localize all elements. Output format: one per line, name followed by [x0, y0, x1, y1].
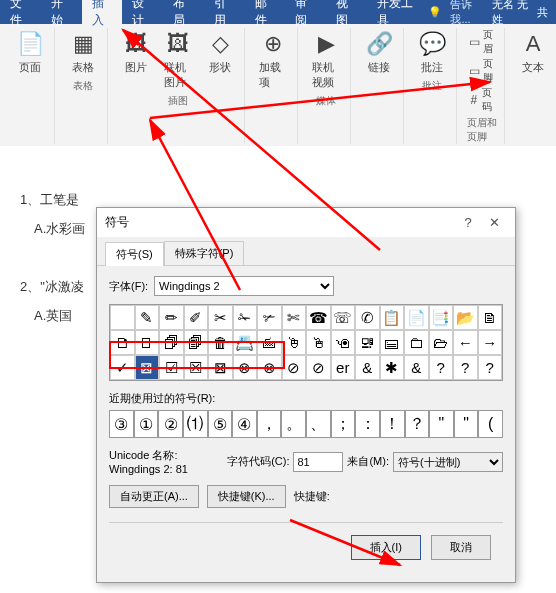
tab-design[interactable]: 设计 [122, 0, 163, 24]
cancel-button[interactable]: 取消 [431, 535, 491, 560]
symbol-cell[interactable]: 🗌 [135, 330, 160, 355]
symbol-cell[interactable]: ☒ [184, 355, 209, 380]
symbol-cell[interactable]: ? [453, 355, 478, 380]
symbol-cell[interactable]: ✏ [159, 305, 184, 330]
header-button[interactable]: ▭页眉 [467, 28, 498, 56]
symbol-cell[interactable] [110, 305, 135, 330]
recent-symbol-cell[interactable]: ( [478, 410, 503, 438]
symbol-cell[interactable]: 🖴 [380, 330, 405, 355]
symbol-cell[interactable]: ✂ [208, 305, 233, 330]
symbol-cell[interactable]: 🗎 [478, 305, 503, 330]
symbol-cell[interactable]: ✎ [135, 305, 160, 330]
symbol-cell[interactable]: ✃ [257, 305, 282, 330]
symbol-cell[interactable]: 🗑 [208, 330, 233, 355]
symbol-cell[interactable]: ✱ [380, 355, 405, 380]
recent-symbol-cell[interactable]: ③ [109, 410, 134, 438]
symbol-cell[interactable]: → [478, 330, 503, 355]
recent-symbol-cell[interactable]: ！ [380, 410, 405, 438]
symbol-cell[interactable]: ✁ [233, 305, 258, 330]
symbol-cell[interactable]: 🗋 [110, 330, 135, 355]
symbol-cell[interactable]: ⊠ [208, 355, 233, 380]
help-button[interactable]: ? [455, 215, 481, 230]
pages-button[interactable]: 📄页面 [12, 28, 48, 77]
shapes-button[interactable]: ◇形状 [202, 28, 238, 77]
symbol-cell[interactable]: 🖲 [331, 330, 356, 355]
symbol-cell[interactable]: ⊗ [233, 355, 258, 380]
symbol-cell[interactable]: & [355, 355, 380, 380]
symbol-cell[interactable]: 🗍 [159, 330, 184, 355]
recent-symbol-cell[interactable]: ？ [405, 410, 430, 438]
tab-layout[interactable]: 布局 [163, 0, 204, 24]
symbol-cell[interactable]: 🗀 [404, 330, 429, 355]
symbol-cell[interactable]: ☎ [306, 305, 331, 330]
links-button[interactable]: 🔗链接 [361, 28, 397, 77]
autocorrect-button[interactable]: 自动更正(A)... [109, 485, 199, 508]
tab-special-chars[interactable]: 特殊字符(P) [164, 241, 245, 265]
code-input[interactable] [293, 452, 343, 472]
symbol-cell[interactable]: 📂 [453, 305, 478, 330]
symbol-cell[interactable]: ⊠ [135, 355, 160, 380]
recent-symbol-cell[interactable]: ④ [232, 410, 257, 438]
tell-me[interactable]: 告诉我... [450, 0, 483, 27]
symbol-cell[interactable]: 🖮 [257, 330, 282, 355]
recent-symbol-cell[interactable]: ： [355, 410, 380, 438]
symbol-cell[interactable]: 🗁 [429, 330, 454, 355]
symbol-cell[interactable]: & [404, 355, 429, 380]
recent-symbol-cell[interactable]: ⑤ [208, 410, 233, 438]
tab-review[interactable]: 审阅 [285, 0, 326, 24]
tab-references[interactable]: 引用 [204, 0, 245, 24]
symbol-cell[interactable]: 📑 [429, 305, 454, 330]
recent-symbol-cell[interactable]: ② [158, 410, 183, 438]
tab-view[interactable]: 视图 [326, 0, 367, 24]
symbol-cell[interactable]: ☑ [159, 355, 184, 380]
symbol-cell[interactable]: 🖳 [355, 330, 380, 355]
symbol-cell[interactable]: ? [429, 355, 454, 380]
recent-symbol-cell[interactable]: " [454, 410, 479, 438]
symbol-cell[interactable]: ✐ [184, 305, 209, 330]
recent-symbol-cell[interactable]: ① [134, 410, 159, 438]
symbol-cell[interactable]: er [331, 355, 356, 380]
recent-symbol-cell[interactable]: 。 [281, 410, 306, 438]
symbol-cell[interactable]: ☏ [331, 305, 356, 330]
comment-button[interactable]: 💬批注 [414, 28, 450, 77]
tab-insert[interactable]: 插入 [82, 0, 123, 24]
symbol-cell[interactable]: ⊘ [306, 355, 331, 380]
tab-developer[interactable]: 开发工具 [367, 0, 429, 24]
share-button[interactable]: 共 [537, 5, 548, 20]
symbol-cell[interactable]: ✓ [110, 355, 135, 380]
recent-symbol-cell[interactable]: 、 [306, 410, 331, 438]
symbol-cell[interactable]: 📄 [404, 305, 429, 330]
symbol-cell[interactable]: 🖱 [306, 330, 331, 355]
user-name[interactable]: 无名 无姓 [492, 0, 529, 27]
symbol-cell[interactable]: ← [453, 330, 478, 355]
symbol-cell[interactable]: ? [478, 355, 503, 380]
textbox-button[interactable]: A文本 [515, 28, 551, 77]
shortcut-button[interactable]: 快捷键(K)... [207, 485, 286, 508]
recent-symbol-cell[interactable]: ； [331, 410, 356, 438]
close-button[interactable]: ✕ [481, 215, 507, 230]
addins-button[interactable]: ⊕加载项 [255, 28, 291, 92]
page-number-button[interactable]: #页码 [467, 86, 498, 114]
symbol-cell[interactable]: ⊘ [282, 355, 307, 380]
symbol-cell[interactable]: 🖰 [282, 330, 307, 355]
tab-mailings[interactable]: 邮件 [245, 0, 286, 24]
tab-home[interactable]: 开始 [41, 0, 82, 24]
from-select[interactable]: 符号(十进制) [393, 452, 503, 472]
recent-symbol-cell[interactable]: ⑴ [183, 410, 208, 438]
table-button[interactable]: ▦表格 [65, 28, 101, 77]
picture-button[interactable]: 🖼图片 [118, 28, 154, 77]
online-picture-button[interactable]: 🖼联机图片 [160, 28, 196, 92]
footer-button[interactable]: ▭页脚 [467, 57, 498, 85]
symbol-cell[interactable]: 📋 [380, 305, 405, 330]
recent-symbol-cell[interactable]: " [429, 410, 454, 438]
tab-symbols[interactable]: 符号(S) [105, 242, 164, 266]
symbol-cell[interactable]: ✆ [355, 305, 380, 330]
symbol-cell[interactable]: 🗐 [184, 330, 209, 355]
insert-button[interactable]: 插入(I) [351, 535, 421, 560]
recent-symbol-cell[interactable]: ， [257, 410, 282, 438]
symbol-cell[interactable]: 📇 [233, 330, 258, 355]
online-video-button[interactable]: ▶联机视频 [308, 28, 344, 92]
symbol-cell[interactable]: ✄ [282, 305, 307, 330]
symbol-cell[interactable]: ⊗ [257, 355, 282, 380]
font-select[interactable]: Wingdings 2 [154, 276, 334, 296]
